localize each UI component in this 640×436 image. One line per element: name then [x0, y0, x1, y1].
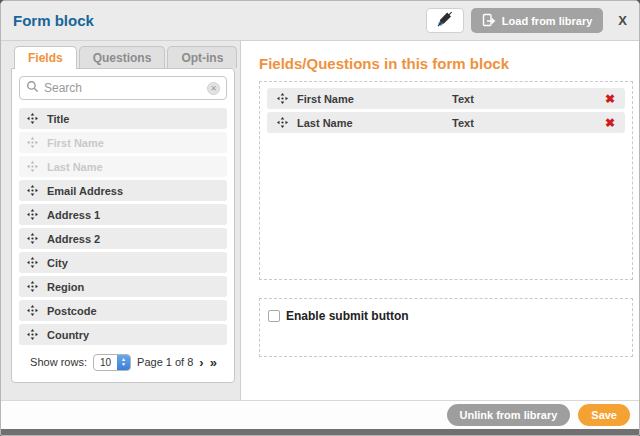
field-list-item[interactable]: Region [19, 276, 227, 297]
field-label: Email Address [47, 185, 123, 197]
save-button[interactable]: Save [578, 404, 630, 426]
dialog-body: Fields Questions Opt-ins ✕ [1, 41, 639, 400]
search-icon [26, 79, 39, 97]
field-list-item[interactable]: Title [19, 108, 227, 129]
field-label: Title [47, 113, 69, 125]
move-icon [27, 257, 38, 268]
move-icon [27, 329, 38, 340]
tab-questions[interactable]: Questions [79, 46, 166, 68]
tab-bar: Fields Questions Opt-ins [14, 46, 240, 68]
enable-submit-checkbox[interactable] [268, 310, 280, 322]
window-bottom-edge [1, 429, 639, 435]
field-label: Address 1 [47, 209, 100, 221]
move-icon [27, 137, 38, 148]
field-list-item[interactable]: Last Name [19, 156, 227, 177]
next-page-icon[interactable]: › [199, 355, 203, 370]
pagination: Show rows: 10 ▲ ▼ Page 1 of 8 › » [19, 349, 227, 375]
dialog-footer: Unlink from library Save [1, 400, 639, 429]
fields-card: ✕ [11, 68, 235, 383]
search-box: ✕ [19, 76, 227, 100]
field-label: First Name [47, 137, 104, 149]
form-field-row[interactable]: Last Name Text ✖ [267, 112, 625, 133]
delete-icon[interactable]: ✖ [605, 92, 615, 106]
field-label: Region [47, 281, 84, 293]
field-label: Address 2 [47, 233, 100, 245]
show-rows-label: Show rows: [30, 356, 87, 368]
field-list: Title [19, 108, 227, 349]
move-icon [27, 113, 38, 124]
field-label: Last Name [47, 161, 103, 173]
enable-submit-label[interactable]: Enable submit button [286, 309, 409, 323]
move-icon [27, 209, 38, 220]
move-icon [277, 117, 288, 128]
field-label: City [47, 257, 68, 269]
form-block-dialog: Form block Load from [0, 0, 640, 436]
stepper-icon: ▲ ▼ [117, 355, 130, 370]
field-list-item[interactable]: Address 2 [19, 228, 227, 249]
dialog-title: Form block [13, 12, 94, 29]
load-from-library-label: Load from library [502, 15, 592, 27]
field-label: Postcode [47, 305, 97, 317]
field-label: Country [47, 329, 89, 341]
field-list-item[interactable]: Postcode [19, 300, 227, 321]
header-actions: Load from library X [426, 8, 627, 33]
clear-search-icon[interactable]: ✕ [207, 82, 220, 95]
last-page-icon[interactable]: » [210, 355, 216, 370]
form-fields-dropzone: First Name Text ✖ [259, 81, 633, 280]
tab-fields[interactable]: Fields [14, 46, 77, 69]
form-field-row[interactable]: First Name Text ✖ [267, 88, 625, 109]
library-icon [482, 13, 496, 29]
load-from-library-button[interactable]: Load from library [471, 8, 603, 33]
show-rows-value: 10 [94, 355, 117, 370]
move-icon [27, 281, 38, 292]
field-type: Text [452, 117, 596, 129]
delete-icon[interactable]: ✖ [605, 116, 615, 130]
move-icon [27, 233, 38, 244]
field-list-item[interactable]: City [19, 252, 227, 273]
unlink-from-library-button[interactable]: Unlink from library [447, 404, 571, 426]
left-panel: Fields Questions Opt-ins ✕ [1, 41, 241, 400]
search-input[interactable] [44, 81, 202, 95]
close-button[interactable]: X [618, 13, 627, 28]
dialog-header: Form block Load from [1, 1, 639, 41]
show-rows-select[interactable]: 10 ▲ ▼ [93, 354, 131, 371]
field-name: First Name [297, 93, 443, 105]
field-list-item[interactable]: Country [19, 324, 227, 345]
submit-option-box: Enable submit button [259, 298, 633, 357]
field-name: Last Name [297, 117, 443, 129]
field-list-item[interactable]: First Name [19, 132, 227, 153]
move-icon [27, 185, 38, 196]
field-list-item[interactable]: Address 1 [19, 204, 227, 225]
paintbrush-icon [437, 11, 453, 30]
style-button[interactable] [426, 8, 464, 33]
tab-opt-ins[interactable]: Opt-ins [167, 46, 237, 68]
field-list-item[interactable]: Email Address [19, 180, 227, 201]
move-icon [277, 93, 288, 104]
field-type: Text [452, 93, 596, 105]
page-label: Page 1 of 8 [137, 356, 193, 368]
move-icon [27, 161, 38, 172]
move-icon [27, 305, 38, 316]
main-heading: Fields/Questions in this form block [259, 55, 633, 72]
main-panel: Fields/Questions in this form block [241, 41, 640, 400]
